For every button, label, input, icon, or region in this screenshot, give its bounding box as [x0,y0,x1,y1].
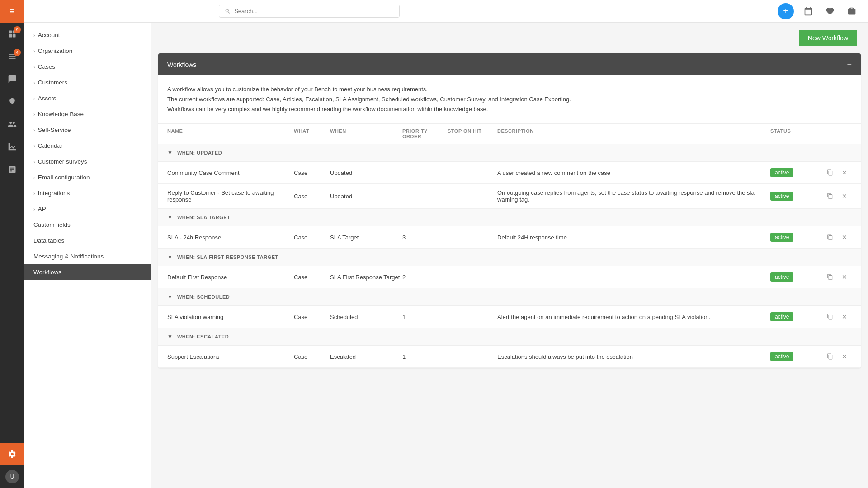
collapse-button[interactable]: − [847,60,852,69]
favorites-button[interactable] [823,4,837,19]
row-actions: ✕ [825,351,852,362]
sidebar-item-assets[interactable]: › Assets [24,90,151,106]
table-row: Community Case Comment Case Updated A us… [158,162,861,184]
delete-button[interactable]: ✕ [839,191,850,202]
app-logo[interactable]: ≡ [0,0,24,23]
sidebar-item-calendar[interactable]: › Calendar [24,138,151,154]
copy-button[interactable] [825,191,835,202]
nav-icon-users[interactable] [0,113,24,136]
chevron-icon: › [33,96,35,101]
sidebar-item-customers[interactable]: › Customers [24,75,151,90]
settings-icon-btn[interactable] [0,443,24,465]
copy-button[interactable] [825,311,835,322]
sidebar-item-knowledge-base[interactable]: › Knowledge Base [24,106,151,122]
workflows-panel: Workflows − A workflow allows you to cus… [158,53,861,368]
section-when-scheduled[interactable]: ▼ WHEN: SCHEDULED [158,288,861,306]
sidebar-item-custom-fields[interactable]: Custom fields [24,217,151,233]
svg-rect-3 [13,34,16,38]
copy-button[interactable] [825,232,835,243]
nav-icon-chat[interactable] [0,68,24,90]
row-priority: 3 [402,234,448,241]
calendar-button[interactable] [801,4,816,19]
sidebar-item-workflows[interactable]: Workflows [24,264,151,280]
section-arrow: ▼ [167,333,173,340]
sidebar-item-integrations[interactable]: › Integrations [24,185,151,201]
row-name: Reply to Customer - Set case to awaiting… [167,189,294,203]
chevron-icon: › [33,64,35,70]
search-bar[interactable] [219,5,400,18]
col-what: WHAT [294,128,330,139]
section-title: WHEN: SCHEDULED [177,294,230,300]
chevron-icon: › [33,33,35,38]
row-status: active [770,233,825,242]
section-arrow: ▼ [167,294,173,300]
sidebar-item-account[interactable]: › Account [24,27,151,43]
description-line-1: A workflow allows you to customize the b… [167,84,852,94]
row-when: Scheduled [330,314,402,320]
sidebar-item-data-tables[interactable]: Data tables [24,233,151,249]
nav-icon-reports[interactable] [0,158,24,181]
user-avatar[interactable]: U [0,465,24,488]
row-priority: 2 [402,274,448,281]
row-what: Case [294,353,330,360]
svg-rect-2 [9,34,12,38]
add-button[interactable]: + [778,3,794,19]
row-when: Escalated [330,353,402,360]
section-when-sla-target[interactable]: ▼ WHEN: SLA TARGET [158,209,861,226]
delete-button[interactable]: ✕ [839,272,850,282]
nav-icon-list[interactable]: 4 [0,45,24,68]
list-badge: 4 [14,49,21,56]
sidebar: › Account › Organization › Cases › Custo… [24,23,151,488]
content-area: › Account › Organization › Cases › Custo… [24,23,868,488]
row-description: Default 24H response time [497,234,770,241]
row-actions: ✕ [825,272,852,282]
sidebar-item-self-service[interactable]: › Self-Service [24,122,151,138]
search-input[interactable] [234,8,394,14]
delete-button[interactable]: ✕ [839,311,850,322]
row-name: Support Escalations [167,353,294,360]
copy-button[interactable] [825,351,835,362]
section-title: WHEN: ESCALATED [177,334,229,339]
row-status: active [770,352,825,361]
table-header: NAME WHAT WHEN PRIORITY ORDER STOP ON HI… [158,124,861,144]
table-row: Support Escalations Case Escalated 1 Esc… [158,346,861,368]
sidebar-item-customer-surveys[interactable]: › Customer surveys [24,154,151,169]
section-arrow: ▼ [167,150,173,156]
sidebar-item-email-configuration[interactable]: › Email configuration [24,169,151,185]
nav-icon-lightbulb[interactable] [0,90,24,113]
top-header: + [24,0,868,23]
chevron-icon: › [33,127,35,133]
row-what: Case [294,169,330,176]
copy-button[interactable] [825,272,835,282]
copy-button[interactable] [825,167,835,178]
delete-button[interactable]: ✕ [839,167,850,178]
nav-icon-chart[interactable] [0,136,24,158]
row-when: SLA Target [330,234,402,241]
sidebar-item-organization[interactable]: › Organization [24,43,151,59]
col-status: STATUS [770,128,825,139]
sidebar-item-messaging-notifications[interactable]: Messaging & Notifications [24,249,151,264]
delete-button[interactable]: ✕ [839,232,850,243]
section-when-sla-first-response[interactable]: ▼ WHEN: SLA FIRST RESPONSE TARGET [158,249,861,266]
section-when-escalated[interactable]: ▼ WHEN: ESCALATED [158,328,861,346]
chevron-icon: › [33,191,35,196]
section-when-updated[interactable]: ▼ WHEN: UPDATED [158,144,861,162]
row-status: active [770,312,825,321]
row-description: A user created a new comment on the case [497,169,770,176]
section-arrow: ▼ [167,214,173,221]
new-workflow-button[interactable]: New Workflow [799,30,857,46]
col-description: DESCRIPTION [497,128,770,139]
col-priority: PRIORITY ORDER [402,128,448,139]
briefcase-button[interactable] [844,4,859,19]
status-badge: active [770,192,793,201]
section-title: WHEN: UPDATED [177,150,222,155]
chevron-icon: › [33,112,35,117]
row-name: Community Case Comment [167,169,294,176]
delete-button[interactable]: ✕ [839,351,850,362]
icon-rail-bottom: U [0,443,24,488]
main-wrapper: + › Account › Organization [24,0,868,488]
row-actions: ✕ [825,311,852,322]
nav-icon-dashboard[interactable]: 9 [0,23,24,45]
sidebar-item-cases[interactable]: › Cases [24,59,151,75]
sidebar-item-api[interactable]: › API [24,201,151,217]
